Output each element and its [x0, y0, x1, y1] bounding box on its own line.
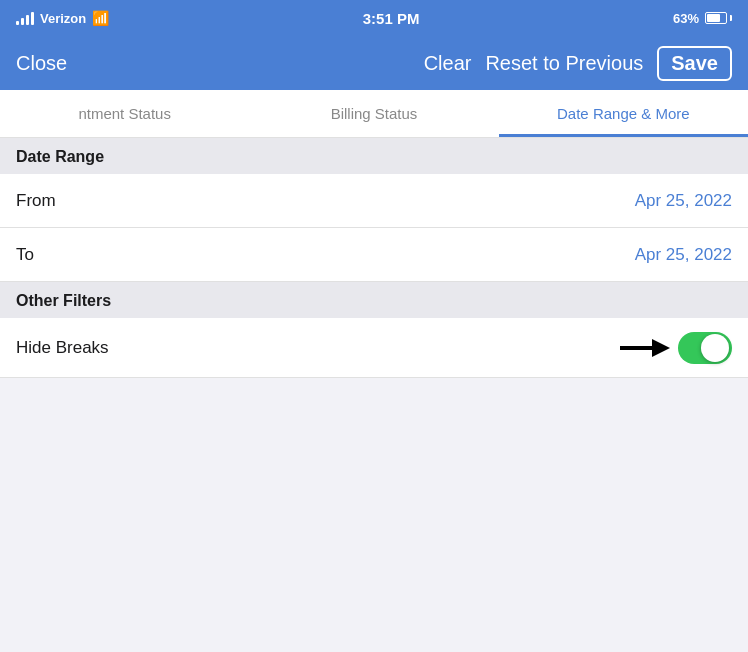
status-right: 63%	[673, 11, 732, 26]
tab-date-range-label: Date Range & More	[557, 105, 690, 122]
hide-breaks-toggle[interactable]	[678, 332, 732, 364]
wifi-icon: 📶	[92, 10, 109, 26]
tab-date-range[interactable]: Date Range & More	[499, 90, 748, 137]
hide-breaks-row: Hide Breaks	[0, 318, 748, 378]
carrier-label: Verizon	[40, 11, 86, 26]
status-left: Verizon 📶	[16, 10, 109, 26]
toggle-knob	[701, 334, 729, 362]
date-range-header: Date Range	[0, 138, 748, 174]
svg-marker-1	[652, 339, 670, 357]
tab-billing-status-label: Billing Status	[331, 105, 418, 122]
close-button[interactable]: Close	[16, 52, 67, 75]
arrow-icon	[620, 334, 670, 362]
from-label: From	[16, 191, 56, 211]
signal-bars-icon	[16, 11, 34, 25]
status-time: 3:51 PM	[363, 10, 420, 27]
to-row[interactable]: To Apr 25, 2022	[0, 228, 748, 282]
battery-percentage: 63%	[673, 11, 699, 26]
nav-actions: Clear Reset to Previous Save	[424, 46, 732, 81]
other-filters-header-text: Other Filters	[16, 292, 111, 309]
content-area: Date Range From Apr 25, 2022 To Apr 25, …	[0, 138, 748, 378]
status-bar: Verizon 📶 3:51 PM 63%	[0, 0, 748, 36]
other-filters-header: Other Filters	[0, 282, 748, 318]
tab-billing-status[interactable]: Billing Status	[249, 90, 498, 137]
reset-button[interactable]: Reset to Previous	[485, 52, 643, 75]
tab-appointment-status-label: ntment Status	[78, 105, 171, 122]
to-value: Apr 25, 2022	[635, 245, 732, 265]
from-row[interactable]: From Apr 25, 2022	[0, 174, 748, 228]
date-range-header-text: Date Range	[16, 148, 104, 165]
nav-bar: Close Clear Reset to Previous Save	[0, 36, 748, 90]
from-value: Apr 25, 2022	[635, 191, 732, 211]
hide-breaks-label: Hide Breaks	[16, 338, 109, 358]
tab-appointment-status[interactable]: ntment Status	[0, 90, 249, 137]
to-label: To	[16, 245, 34, 265]
toggle-right	[620, 332, 732, 364]
clear-button[interactable]: Clear	[424, 52, 472, 75]
battery-icon	[705, 12, 732, 24]
arrow-indicator	[620, 334, 670, 362]
tab-bar: ntment Status Billing Status Date Range …	[0, 90, 748, 138]
save-button[interactable]: Save	[657, 46, 732, 81]
